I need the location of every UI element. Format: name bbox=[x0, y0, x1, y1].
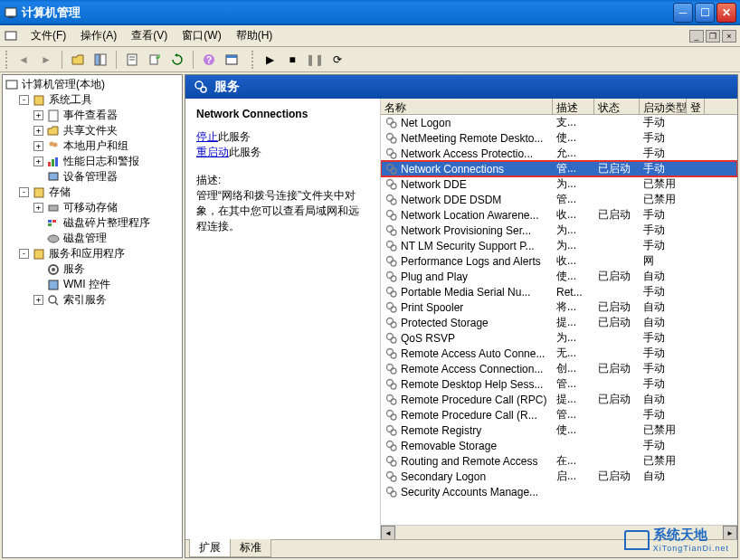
gear-icon bbox=[383, 162, 397, 176]
gear-icon bbox=[383, 285, 397, 299]
tree-services[interactable]: 服务 bbox=[5, 261, 180, 277]
tree-storage[interactable]: -存储 bbox=[5, 185, 180, 200]
service-row[interactable]: QoS RSVP为...手动 bbox=[381, 330, 737, 346]
tree-wmi[interactable]: WMI 控件 bbox=[5, 277, 180, 292]
navigation-tree[interactable]: 计算机管理(本地) -系统工具 +事件查看器 +共享文件夹 +本地用户和组 +性… bbox=[2, 74, 183, 558]
service-row[interactable]: Remote Access Auto Conne...无...手动 bbox=[381, 346, 737, 361]
service-row[interactable]: Remote Desktop Help Sess...管...手动 bbox=[381, 376, 737, 392]
service-row[interactable]: NT LM Security Support P...为...手动 bbox=[381, 238, 737, 253]
window-button[interactable] bbox=[222, 50, 242, 70]
scroll-right[interactable]: ► bbox=[723, 526, 737, 539]
pause-service-button[interactable]: ❚❚ bbox=[305, 50, 325, 70]
service-row[interactable]: Remote Procedure Call (RPC)提...已启动自动 bbox=[381, 392, 737, 407]
service-row[interactable]: Routing and Remote Access在...已禁用 bbox=[381, 453, 737, 469]
menu-window[interactable]: 窗口(W) bbox=[175, 26, 228, 45]
tree-shared-folders[interactable]: +共享文件夹 bbox=[5, 123, 180, 138]
tree-removable[interactable]: +可移动存储 bbox=[5, 200, 180, 215]
svg-point-67 bbox=[391, 353, 396, 358]
service-row[interactable]: Net Logon支...手动 bbox=[381, 115, 737, 130]
service-row[interactable]: Network DDE DSDM管...已禁用 bbox=[381, 192, 737, 207]
tree-system-tools[interactable]: -系统工具 bbox=[5, 92, 180, 108]
service-row[interactable]: NetMeeting Remote Deskto...使...手动 bbox=[381, 130, 737, 146]
service-row[interactable]: Security Accounts Manage... bbox=[381, 484, 737, 499]
service-row[interactable]: Network Provisioning Ser...为...手动 bbox=[381, 223, 737, 238]
maximize-button[interactable]: ☐ bbox=[695, 3, 715, 23]
svc-startup: 手动 bbox=[640, 346, 687, 361]
help-button[interactable]: ? bbox=[199, 50, 219, 70]
tree-device-mgr[interactable]: 设备管理器 bbox=[5, 169, 180, 185]
scroll-track[interactable] bbox=[395, 526, 723, 539]
service-row[interactable]: Portable Media Serial Nu...Ret...手动 bbox=[381, 284, 737, 299]
col-name[interactable]: 名称 bbox=[381, 99, 553, 114]
svg-point-30 bbox=[52, 268, 55, 271]
service-row[interactable]: Network Connections管...已启动手动 bbox=[381, 161, 737, 176]
tree-event-viewer[interactable]: +事件查看器 bbox=[5, 108, 180, 123]
service-row[interactable]: Network Location Awarene...收...已启动手动 bbox=[381, 207, 737, 223]
refresh-button[interactable] bbox=[167, 50, 187, 70]
service-row[interactable]: Performance Logs and Alerts收...网 bbox=[381, 253, 737, 269]
service-row[interactable]: Protected Storage提...已启动自动 bbox=[381, 315, 737, 330]
properties-button[interactable] bbox=[122, 50, 142, 70]
service-row[interactable]: Plug and Play使...已启动自动 bbox=[381, 269, 737, 284]
scroll-left[interactable]: ◄ bbox=[381, 526, 395, 539]
svg-rect-31 bbox=[49, 280, 58, 289]
gear-icon bbox=[383, 208, 397, 223]
tree-defrag[interactable]: 磁盘碎片整理程序 bbox=[5, 215, 180, 231]
list-body[interactable]: Net Logon支...手动NetMeeting Remote Deskto.… bbox=[381, 115, 737, 525]
tab-standard[interactable]: 标准 bbox=[230, 539, 271, 557]
tree-perf-logs[interactable]: +性能日志和警报 bbox=[5, 154, 180, 169]
tree-local-users[interactable]: +本地用户和组 bbox=[5, 138, 180, 154]
col-status[interactable]: 状态 bbox=[594, 99, 640, 114]
service-row[interactable]: Secondary Logon启...已启动自动 bbox=[381, 469, 737, 484]
svc-startup: 手动 bbox=[640, 238, 687, 253]
menu-view[interactable]: 查看(V) bbox=[124, 26, 175, 45]
desc-label: 描述: bbox=[196, 173, 369, 188]
service-row[interactable]: Network DDE为...已禁用 bbox=[381, 176, 737, 192]
export-button[interactable] bbox=[145, 50, 165, 70]
tree-root[interactable]: 计算机管理(本地) bbox=[5, 77, 180, 92]
stop-link[interactable]: 停止 bbox=[196, 130, 218, 143]
menu-action[interactable]: 操作(A) bbox=[73, 26, 124, 45]
col-startup[interactable]: 启动类型 bbox=[640, 99, 687, 114]
service-row[interactable]: Removable Storage手动 bbox=[381, 438, 737, 453]
service-row[interactable]: Network Access Protectio...允...手动 bbox=[381, 146, 737, 161]
tree-disk-mgmt[interactable]: 磁盘管理 bbox=[5, 231, 180, 246]
col-logon[interactable]: 登 bbox=[687, 99, 705, 114]
svc-desc: 允... bbox=[553, 146, 594, 161]
svg-point-61 bbox=[391, 307, 396, 312]
start-service-button[interactable]: ▶ bbox=[260, 50, 280, 70]
stop-service-button[interactable]: ■ bbox=[282, 50, 302, 70]
svg-rect-28 bbox=[34, 250, 43, 259]
mdi-minimize[interactable]: _ bbox=[689, 30, 704, 43]
menu-help[interactable]: 帮助(H) bbox=[229, 26, 280, 45]
mdi-restore[interactable]: ❐ bbox=[706, 30, 720, 43]
svc-name: Remote Access Auto Conne... bbox=[399, 347, 546, 360]
tab-extended[interactable]: 扩展 bbox=[189, 539, 231, 557]
service-row[interactable]: Remote Procedure Call (R...管...手动 bbox=[381, 407, 737, 422]
restart-service-button[interactable]: ⟳ bbox=[327, 50, 347, 70]
mdi-close[interactable]: × bbox=[722, 30, 736, 43]
tree-indexing[interactable]: +索引服务 bbox=[5, 292, 180, 308]
svg-point-58 bbox=[387, 287, 394, 293]
forward-button[interactable]: ► bbox=[36, 50, 56, 70]
minimize-button[interactable]: ─ bbox=[673, 3, 693, 23]
svg-point-78 bbox=[387, 441, 394, 447]
service-row[interactable]: Remote Registry使...已禁用 bbox=[381, 422, 737, 438]
restart-link[interactable]: 重启动 bbox=[196, 146, 229, 158]
show-hide-button[interactable] bbox=[90, 50, 110, 70]
h-scrollbar[interactable]: ◄ ► bbox=[381, 525, 737, 539]
menu-file[interactable]: 文件(F) bbox=[24, 26, 73, 45]
service-row[interactable]: Remote Access Connection...创...已启动手动 bbox=[381, 361, 737, 376]
svc-desc: 使... bbox=[553, 269, 594, 284]
tree-services-apps[interactable]: -服务和应用程序 bbox=[5, 246, 180, 261]
svc-desc: 使... bbox=[553, 422, 594, 438]
col-desc[interactable]: 描述 bbox=[553, 99, 594, 114]
back-button[interactable]: ◄ bbox=[14, 50, 33, 70]
close-button[interactable]: ✕ bbox=[716, 3, 736, 23]
up-button[interactable] bbox=[68, 50, 88, 70]
gear-icon bbox=[383, 470, 397, 484]
service-row[interactable]: Print Spooler将...已启动自动 bbox=[381, 299, 737, 315]
gear-icon bbox=[383, 454, 397, 469]
list-header: 名称 描述 状态 启动类型 登 bbox=[381, 99, 737, 115]
svc-desc: 提... bbox=[553, 315, 594, 330]
